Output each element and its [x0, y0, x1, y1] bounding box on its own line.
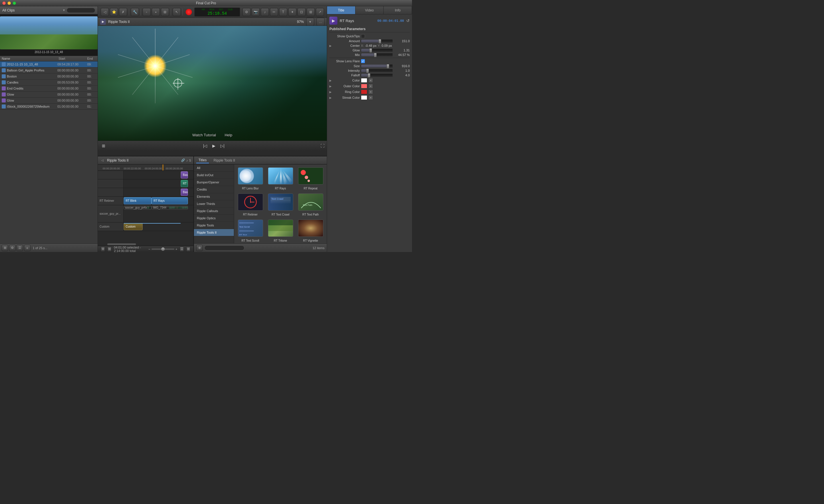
- clip-custom-bar[interactable]: [124, 223, 181, 224]
- category-ripple-optics[interactable]: Ripple Optics: [194, 215, 234, 222]
- thumb-rt-rays[interactable]: RT Rays: [266, 166, 295, 191]
- timeline-link-btn[interactable]: 🔗: [181, 159, 185, 162]
- category-build-in-out[interactable]: Build In/Out: [194, 172, 234, 179]
- back-button[interactable]: ◁: [101, 8, 109, 16]
- timeline-audio-btn[interactable]: ♪: [186, 159, 188, 162]
- close-button[interactable]: [2, 1, 6, 5]
- minimize-button[interactable]: [7, 1, 11, 5]
- zoom-thumb[interactable]: [161, 247, 165, 251]
- slider-thumb[interactable]: [366, 69, 369, 73]
- share-button[interactable]: ↗: [316, 8, 324, 16]
- tab-video[interactable]: Video: [355, 6, 384, 14]
- zoom-slider[interactable]: − +: [148, 247, 177, 251]
- clip-block[interactable]: Basic Title:...: [181, 189, 188, 196]
- tab-ripple-tools[interactable]: Ripple Tools II: [211, 158, 237, 163]
- color-dropdown[interactable]: ▾: [369, 95, 373, 100]
- category-ripple-callouts[interactable]: Ripple Callouts: [194, 207, 234, 215]
- fullscreen-button[interactable]: ⛶: [320, 143, 324, 148]
- record-button[interactable]: [186, 9, 192, 15]
- slider-thumb[interactable]: [368, 73, 371, 78]
- param-slider[interactable]: [361, 69, 393, 72]
- file-row[interactable]: 2012-11-15 10_13_48 09:54:28:17.00 09:: [0, 62, 98, 68]
- category-elements[interactable]: Elements: [194, 193, 234, 200]
- file-row[interactable]: End Credits 00:00:00:00.00 00:: [0, 86, 98, 92]
- video-clip-1[interactable]: soccer_guy_pr4x4: [124, 206, 151, 209]
- overwrite-button[interactable]: ⊞: [161, 8, 169, 16]
- thumb-rt-text-path[interactable]: Text Path RT Text Path: [296, 192, 325, 217]
- category-ripple-tools-ii[interactable]: Ripple Tools II: [194, 229, 234, 236]
- expand-icon[interactable]: ▶: [329, 90, 333, 94]
- param-slider[interactable]: [361, 53, 393, 57]
- slider-thumb[interactable]: [369, 48, 372, 53]
- clip-block[interactable]: RT Rays: [181, 180, 188, 187]
- next-button[interactable]: ▷|: [219, 142, 226, 149]
- transition-button[interactable]: ⊡: [298, 8, 306, 16]
- thumb-rt-tritone[interactable]: RT Tritone: [266, 218, 295, 243]
- video-settings-btn[interactable]: ▾: [306, 18, 314, 26]
- tools-button[interactable]: 🔧: [131, 8, 139, 16]
- file-row[interactable]: Balloon Girl_Apple ProRes 00:00:00:00.00…: [0, 68, 98, 74]
- library-search-input[interactable]: [67, 8, 95, 13]
- reset-button[interactable]: ↺: [406, 18, 410, 23]
- category-ripple-tools[interactable]: Ripple Tools: [194, 222, 234, 229]
- color-swatch[interactable]: [361, 95, 367, 100]
- library-dropdown-icon[interactable]: ▾: [63, 8, 65, 12]
- insert-button[interactable]: ▪: [152, 8, 160, 16]
- tab-info[interactable]: Info: [384, 6, 412, 14]
- param-slider[interactable]: [361, 39, 393, 43]
- zoom-in-icon[interactable]: +: [176, 247, 177, 251]
- titles-search-input[interactable]: [204, 245, 244, 250]
- help-button[interactable]: Help: [225, 133, 232, 137]
- timeline-scrollbar[interactable]: [98, 243, 193, 246]
- param-slider[interactable]: [361, 64, 393, 68]
- expand-icon[interactable]: ▶: [329, 79, 333, 82]
- category-all[interactable]: All: [194, 165, 234, 172]
- snapshot-button[interactable]: 📷: [251, 8, 260, 16]
- zoom-out-icon[interactable]: −: [148, 247, 150, 251]
- append-button[interactable]: ▫: [142, 8, 150, 16]
- rating-button[interactable]: ⭐: [110, 8, 118, 16]
- cut-button[interactable]: ✂: [270, 8, 278, 16]
- tab-title[interactable]: Title: [327, 6, 355, 14]
- add-to-library-btn[interactable]: ⊕: [196, 245, 203, 251]
- prev-button[interactable]: |◁: [202, 142, 209, 149]
- file-row[interactable]: iStock_000002268725Medium 01:00:00:00.00…: [0, 104, 98, 110]
- category-credits[interactable]: Credits: [194, 186, 234, 193]
- thumb-rt-vignette[interactable]: RT Vignette: [296, 218, 325, 243]
- clip-custom-1[interactable]: Custom: [124, 223, 142, 230]
- video-options-btn[interactable]: …: [316, 18, 324, 26]
- audio-button[interactable]: ♪: [261, 8, 269, 16]
- expand-icon[interactable]: ▶: [329, 44, 333, 47]
- add-to-timeline-btn[interactable]: ⊞: [100, 142, 107, 149]
- slider-thumb[interactable]: [387, 64, 389, 69]
- clip-rt-blink[interactable]: RT Blink: [124, 197, 151, 204]
- category-lower-thirds[interactable]: Lower Thirds: [194, 200, 234, 207]
- expand-icon[interactable]: ▶: [329, 96, 333, 99]
- thumb-rt-text-crawl[interactable]: Text Crawl RT Text Crawl: [266, 192, 295, 217]
- file-row[interactable]: Glow 00:00:00:00.00 00:: [0, 98, 98, 104]
- thumb-rt-text-scroll[interactable]: ═════════ Text Scroll ═════════ RT Text …: [236, 218, 265, 243]
- layout-button[interactable]: ⊞: [307, 8, 315, 16]
- color-dropdown[interactable]: ▾: [369, 90, 373, 94]
- reject-button[interactable]: ✗: [119, 8, 127, 16]
- thumb-rt-retimer[interactable]: RT Retimer: [236, 192, 265, 217]
- maximize-button[interactable]: [13, 1, 16, 5]
- scrollbar-thumb[interactable]: [107, 243, 136, 245]
- color-swatch[interactable]: [361, 90, 367, 94]
- quicktips-checkbox[interactable]: [361, 34, 365, 38]
- color-dropdown[interactable]: ▾: [369, 78, 373, 83]
- watch-tutorial-button[interactable]: Watch Tutorial: [192, 133, 216, 137]
- status-btn-2[interactable]: ⊞: [107, 246, 112, 252]
- tab-titles[interactable]: Titles: [196, 158, 209, 163]
- timeline-back-btn[interactable]: ◁: [100, 158, 105, 163]
- select-tool[interactable]: ↖: [173, 8, 181, 16]
- playhead[interactable]: [163, 165, 163, 171]
- list-view-button[interactable]: ☰: [17, 245, 23, 251]
- color-swatch[interactable]: [361, 78, 367, 83]
- grid-view-button[interactable]: ⊞: [2, 245, 8, 251]
- clip-view-btn[interactable]: ⊞: [186, 246, 191, 252]
- zoom-track[interactable]: [151, 248, 175, 250]
- inspector-toggle[interactable]: ⚙: [242, 8, 250, 16]
- crosshair[interactable]: [174, 79, 182, 88]
- video-clip-2[interactable]: IMG_7344: [151, 206, 188, 209]
